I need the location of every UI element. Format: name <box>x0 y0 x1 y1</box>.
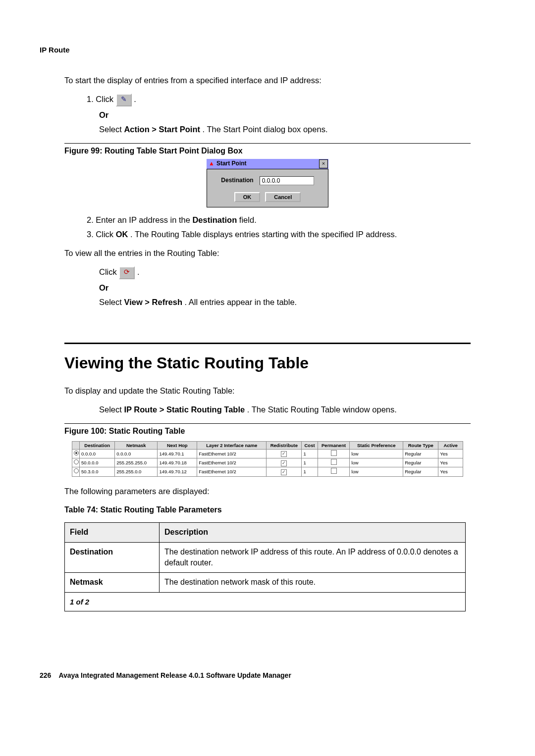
srt-col-if: Layer 2 Interface name <box>197 441 267 449</box>
or-label-1: Or <box>99 109 495 121</box>
table-row: Destination The destination network IP a… <box>65 542 466 573</box>
page-of-indicator: 1 of 2 <box>65 592 466 611</box>
step-2-prefix: 2. Enter an IP address in the <box>87 215 192 224</box>
row-radio[interactable] <box>74 459 79 464</box>
refresh-suffix: . <box>137 267 140 276</box>
or-label-2: Or <box>99 282 495 294</box>
cell-if: FastEthernet 10/2 <box>197 467 267 476</box>
start-point-icon[interactable]: ✎ <box>116 94 132 106</box>
cell-mask: 255.255.0.0 <box>115 467 158 476</box>
cell-if: FastEthernet 10/2 <box>197 449 267 458</box>
cell-active: Yes <box>438 467 463 476</box>
cell-cost: 1 <box>302 449 318 458</box>
intro-text-3: To display and update the Static Routing… <box>64 385 495 397</box>
step-1-suffix: . <box>134 95 136 103</box>
figure-99-caption: Figure 99: Routing Table Start Point Dia… <box>64 146 495 156</box>
dialog-titlebar: ▲ Start Point × <box>207 159 328 169</box>
step-2-suffix: field. <box>239 215 257 224</box>
start-point-dialog: ▲ Start Point × Destination OK Cancel <box>207 159 328 207</box>
step-1b: Select Action > Start Point . The Start … <box>99 124 495 135</box>
cell-dest: 0.0.0.0 <box>80 449 115 458</box>
ok-ref: OK <box>116 230 128 239</box>
redistribute-checkbox[interactable]: ✓ <box>281 469 287 475</box>
params-col-field: Field <box>65 523 160 542</box>
srt-col-hop: Next Hop <box>158 441 197 449</box>
figure-100-rule <box>64 423 471 424</box>
nav-prefix: Select <box>99 405 124 414</box>
menu-path-ip-route: IP Route > Static Routing Table <box>124 405 245 414</box>
srt-header-row: Destination Netmask Next Hop Layer 2 Int… <box>72 441 463 449</box>
refresh-b-suffix: . All entries appear in the table. <box>185 298 297 306</box>
row-radio[interactable] <box>74 468 79 473</box>
table-row[interactable]: 50.3.0.0255.255.0.0149.49.70.12FastEther… <box>72 467 463 476</box>
refresh-prefix: Click <box>99 267 119 276</box>
step-3-prefix: 3. Click <box>87 230 116 239</box>
srt-col-redis: Redistribute <box>267 441 302 449</box>
srt-col-perm: Permanent <box>318 441 350 449</box>
figure-100-caption: Figure 100: Static Routing Table <box>64 426 495 437</box>
intro-text-1: To start the display of entries from a s… <box>64 75 495 86</box>
cell-pref: low <box>350 467 403 476</box>
redistribute-checkbox[interactable]: ✓ <box>281 460 287 466</box>
cell-active: Yes <box>438 458 463 467</box>
param-field: Netmask <box>65 573 160 592</box>
srt-col-type: Route Type <box>403 441 438 449</box>
refresh-icon[interactable]: ⟳ <box>119 266 135 279</box>
dialog-body: Destination OK Cancel <box>207 169 328 207</box>
step-1b-suffix: . The Start Point dialog box opens. <box>203 125 328 134</box>
cell-pref: low <box>350 458 403 467</box>
refresh-step: Click ⟳ . <box>99 266 495 279</box>
step-2: 2. Enter an IP address in the Destinatio… <box>87 214 495 226</box>
param-desc: The destination network IP address of th… <box>160 542 466 573</box>
dialog-app-icon: ▲ <box>207 159 216 168</box>
menu-path-action-start: Action > Start Point <box>124 125 200 134</box>
srt-col-mask: Netmask <box>115 441 158 449</box>
destination-field-ref: Destination <box>192 215 237 224</box>
refresh-b-prefix: Select <box>99 298 124 306</box>
cell-pref: low <box>350 449 403 458</box>
static-routing-table: Destination Netmask Next Hop Layer 2 Int… <box>72 441 463 477</box>
params-intro: The following parameters are displayed: <box>64 486 495 497</box>
table-row[interactable]: 50.0.0.0255.255.255.0149.49.70.18FastEth… <box>72 458 463 467</box>
cancel-button[interactable]: Cancel <box>265 192 301 202</box>
table-row[interactable]: 0.0.0.00.0.0.0149.49.70.1FastEthernet 10… <box>72 449 463 458</box>
redistribute-checkbox[interactable]: ✓ <box>281 451 287 457</box>
page-header-section: IP Route <box>40 45 495 55</box>
params-col-desc: Description <box>160 523 466 542</box>
srt-col-active: Active <box>438 441 463 449</box>
table-74-caption: Table 74: Static Routing Table Parameter… <box>64 504 495 515</box>
cell-if: FastEthernet 10/2 <box>197 458 267 467</box>
intro-text-2: To view all the entries in the Routing T… <box>64 248 495 259</box>
permanent-checkbox[interactable] <box>331 468 337 474</box>
dialog-title: Start Point <box>216 159 319 168</box>
ok-button[interactable]: OK <box>234 192 261 202</box>
static-routing-table-figure: Destination Netmask Next Hop Layer 2 Int… <box>72 441 463 477</box>
destination-input[interactable] <box>260 176 314 185</box>
cell-cost: 1 <box>302 458 318 467</box>
figure-99-rule <box>64 143 471 144</box>
refresh-step-b: Select View > Refresh . All entries appe… <box>99 297 495 308</box>
cell-dest: 50.3.0.0 <box>80 467 115 476</box>
cell-hop: 149.49.70.18 <box>158 458 197 467</box>
page-number: 226 <box>40 671 51 679</box>
cell-mask: 255.255.255.0 <box>115 458 158 467</box>
cell-hop: 149.49.70.1 <box>158 449 197 458</box>
step-1: 1. Click ✎ . <box>87 94 495 106</box>
page-title: Viewing the Static Routing Table <box>64 352 495 374</box>
srt-col-radio <box>72 441 80 449</box>
product-name: Avaya Integrated Management Release 4.0.… <box>58 671 291 679</box>
param-field: Destination <box>65 542 160 573</box>
params-table: Field Description Destination The destin… <box>64 522 466 611</box>
permanent-checkbox[interactable] <box>331 450 337 456</box>
menu-path-view-refresh: View > Refresh <box>124 298 182 306</box>
row-radio[interactable] <box>74 451 79 455</box>
step-3-suffix: . The Routing Table displays entries sta… <box>130 230 397 239</box>
cell-type: Regular <box>403 449 438 458</box>
cell-cost: 1 <box>302 467 318 476</box>
step-3: 3. Click OK . The Routing Table displays… <box>87 229 495 240</box>
cell-type: Regular <box>403 467 438 476</box>
param-desc: The destination network mask of this rou… <box>160 573 466 592</box>
permanent-checkbox[interactable] <box>331 459 337 465</box>
page-footer: 226 Avaya Integrated Management Release … <box>40 671 495 681</box>
close-icon[interactable]: × <box>319 159 328 168</box>
